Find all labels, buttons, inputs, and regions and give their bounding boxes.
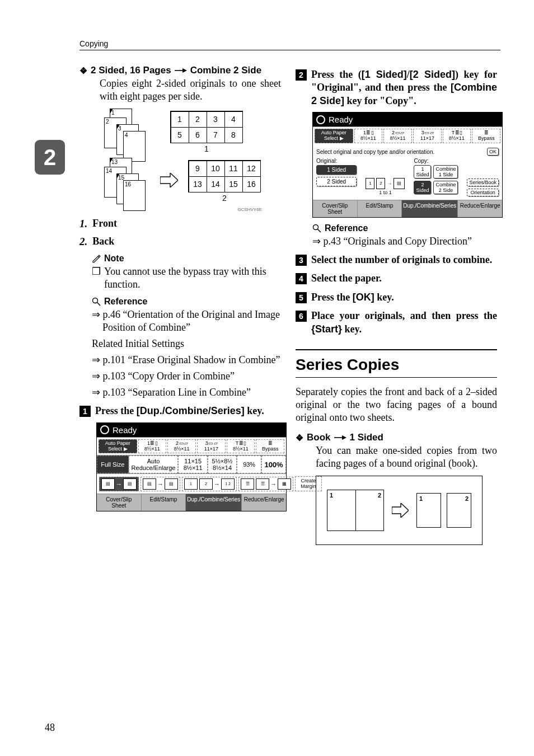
diag-box-icon: 2 [376, 178, 385, 189]
ss1-tray-5-bot: Bypass [257, 447, 283, 452]
grid-cell: 15 [224, 176, 243, 192]
ss2-foot-1[interactable]: Edit/Stamp [358, 200, 402, 217]
grid-cell: 1 [171, 111, 189, 128]
ss1-foot-0[interactable]: Cover/Slip Sheet [97, 494, 142, 511]
ss1-thumbs-c[interactable]: 12→1 2 [182, 477, 237, 491]
diag-box-icon: ▤ [394, 178, 405, 189]
ss1-autoreduce[interactable]: Auto Reduce/Enlarge [129, 456, 179, 473]
ss1-thumbs-b[interactable]: ▤→▤ [140, 477, 180, 491]
note-head-text: Note [104, 253, 124, 264]
magnifier-icon [92, 297, 101, 306]
note-bullet-icon: ❒ [92, 265, 101, 291]
original-stack-back: 13 14 15 16 [100, 158, 150, 205]
ss1-ratio-a[interactable]: 11×158½×11 [178, 456, 207, 473]
ss1-tray-3[interactable]: 3 ▭ ▱11×17 [197, 439, 226, 454]
s6-post: key. [342, 323, 362, 335]
note-heading: Note [92, 253, 281, 264]
thumb-icon: ▤ [123, 478, 137, 490]
sheet-back: 910111213141516 2 [188, 160, 261, 203]
ss2-foot-2[interactable]: Dup./Combine/Series [402, 200, 458, 217]
grid-cell: 16 [242, 176, 261, 192]
ss1-tray-4[interactable]: T ≣ ▯8½×11 [227, 439, 255, 454]
ref-item-1: Related Initial Settings [92, 337, 281, 350]
ss1-tray-5[interactable]: ≣Bypass [256, 439, 284, 454]
big-arrow-icon [392, 503, 409, 518]
step-3-text: Select the number of originals to combin… [311, 253, 492, 266]
lcd-screenshot-2: Ready Auto Paper Select ▶ 1 ≣ ▯8½×11 2 ▭… [312, 112, 503, 218]
step-2: 2 Press the ([1 Sided]/[2 Sided]) key fo… [296, 68, 497, 107]
svg-marker-2 [160, 173, 178, 187]
step-4-text: Select the paper. [311, 272, 382, 285]
ss2-combine-2side[interactable]: Combine 2 Side [433, 181, 458, 194]
ss1-thumbs-d[interactable]: ☰☰→▦ [238, 477, 293, 491]
thumb-icon: 1 [184, 478, 198, 490]
ss1-tray-4-bot: 8½×11 [228, 447, 254, 452]
book-figure: 1 2 1 2 [316, 476, 483, 545]
thumb-icon: ▤ [165, 478, 178, 490]
ss2-foot-0[interactable]: Cover/Slip Sheet [313, 200, 358, 217]
ss2-copy-2sided[interactable]: 2 Sided [414, 181, 431, 194]
step-5: 5 Press the [OK] key. [296, 291, 497, 304]
ss2-orig-label: Original: [316, 158, 357, 164]
ss2-tray-2[interactable]: 2 ▭ ▱8½×11 [383, 129, 412, 143]
step-6: 6 Place your originals, and then press t… [296, 309, 497, 336]
arrow-small-icon: → [387, 181, 392, 186]
ss2-tray-4-bot: 8½×11 [444, 136, 470, 142]
ss1-ratio-b-bot: 8½×14 [213, 464, 232, 471]
step-badge-2: 2 [296, 69, 307, 81]
legend-2-label: Back [92, 236, 114, 248]
ss2-tray-5-bot: Bypass [474, 136, 499, 142]
heading-pre: 2 Sided, 16 Pages [91, 65, 171, 76]
ss1-foot-1[interactable]: Edit/Stamp [142, 494, 186, 511]
s5-pre: Press the [311, 292, 353, 303]
legend-2: 2. Back [79, 236, 281, 248]
ss1-tray-2[interactable]: 2 ▭ ▱8½×11 [167, 439, 196, 454]
combine-heading: ❖ 2 Sided, 16 Pages Combine 2 Side [79, 65, 281, 76]
reference-body-right: ⇒ p.43 “Originals and Copy Direction” [312, 235, 497, 248]
ss1-tray-1-bot: 8½×11 [140, 447, 165, 452]
s6-key: Start [315, 323, 338, 335]
ss1-ratio-b-top: 5½×8½ [212, 458, 233, 464]
arrow-small-icon: → [270, 481, 277, 487]
ss2-tray-5[interactable]: ≣Bypass [472, 129, 500, 143]
sheet-cap-2: 2 [188, 194, 261, 203]
diamond-icon: ❖ [79, 65, 87, 76]
book-heading-pre: Book [307, 432, 331, 443]
s2-ui1: [1 Sided] [362, 69, 407, 80]
start-key-label: {Start} [311, 323, 342, 335]
ss2-orig-2sided[interactable]: 2 Sided [316, 177, 357, 186]
ss1-ratio-value[interactable]: 93% [237, 456, 261, 473]
legend-1-label: Front [92, 218, 117, 230]
ss2-copy-col: Copy: 1 Sided Combine 1 Side 2 Sided Com… [414, 156, 458, 196]
ss2-series-book[interactable]: Series/Book [467, 179, 499, 186]
thumb-icon: ☰ [256, 478, 269, 490]
ss2-diagram: 1 2 → ▤ 1 to 1 [366, 156, 405, 196]
ss2-copy-1sided[interactable]: 1 Sided [414, 165, 431, 179]
ss2-foot-3[interactable]: Reduce/Enlarge [458, 200, 502, 217]
ss2-combine-1side[interactable]: Combine 1 Side [433, 165, 458, 179]
grid-cell: 13 [189, 176, 207, 192]
step-badge-6: 6 [296, 311, 307, 322]
series-copies-para: Separately copies the front and back of … [296, 386, 497, 424]
ss2-tray-1[interactable]: 1 ≣ ▯8½×11 [354, 129, 383, 143]
reference-body-left: ⇒ p.46 “Orientation of the Original and … [92, 308, 281, 399]
ss2-instruction: Select original and copy type and/or ori… [316, 149, 434, 155]
ref-item-2: ⇒ p.101 “Erase Original Shadow in Combin… [102, 354, 281, 367]
ss1-fullsize[interactable]: Full Size [97, 456, 129, 473]
ss2-autopaper[interactable]: Auto Paper Select ▶ [315, 129, 353, 143]
ss2-tray-4[interactable]: T ≣ ▯8½×11 [443, 129, 471, 143]
ss1-foot-3[interactable]: Reduce/Enlarge [242, 494, 286, 511]
ss1-tray-1[interactable]: 1 ≣ ▯8½×11 [138, 439, 167, 454]
ss2-orientation[interactable]: Orientation [467, 189, 499, 196]
magnifier-icon [312, 224, 321, 233]
ss1-ratio-b[interactable]: 5½×8½8½×14 [208, 456, 237, 473]
ss1-thumbs-a[interactable]: ▤→▤ [99, 477, 139, 491]
original-stack-front: 1 2 3 4 [100, 109, 150, 156]
s5-ui: [OK] [353, 292, 374, 303]
ss2-orig-1sided[interactable]: 1 Sided [316, 165, 357, 175]
ss2-ok-button[interactable]: OK [487, 148, 499, 156]
ss1-autopaper[interactable]: Auto Paper Select ▶ [99, 439, 137, 454]
ss2-tray-3[interactable]: 3 ▭ ▱11×17 [413, 129, 442, 143]
ss1-foot-2[interactable]: Dup./Combine/Series [186, 494, 242, 511]
ss2-footer: Cover/Slip Sheet Edit/Stamp Dup./Combine… [313, 200, 502, 217]
